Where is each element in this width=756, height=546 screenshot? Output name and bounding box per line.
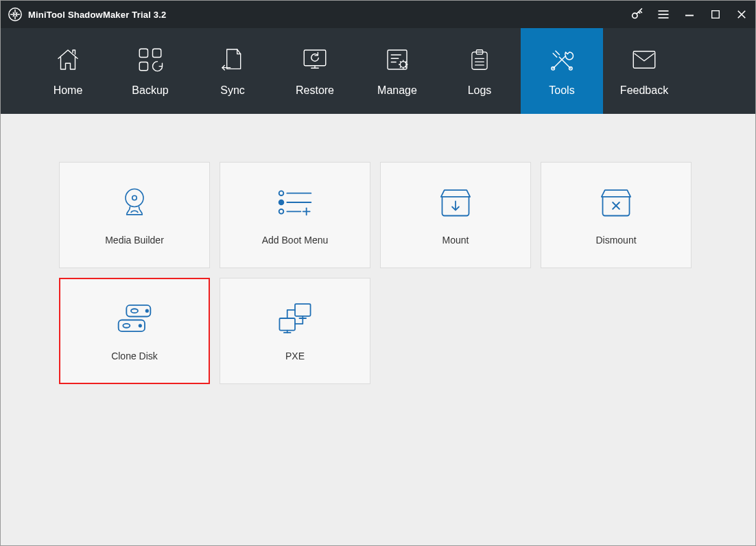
maximize-button[interactable] [707,6,724,23]
svg-point-40 [131,309,138,313]
svg-point-28 [279,191,284,195]
svg-rect-11 [139,62,147,71]
nav-sync[interactable]: Sync [191,28,274,114]
tool-pxe[interactable]: PXE [220,278,370,384]
svg-point-41 [146,309,148,311]
media-builder-icon [117,185,152,219]
card-label: Clone Disk [111,351,158,361]
svg-rect-25 [633,51,655,69]
key-icon[interactable] [629,6,646,23]
restore-icon [300,45,329,74]
nav-label: Backup [132,84,168,97]
home-icon [54,45,82,74]
nav-label: Home [54,84,83,97]
logs-icon [466,45,493,74]
feedback-icon [630,45,659,74]
card-label: Dismount [595,235,636,246]
nav-label: Tools [549,84,574,97]
nav-label: Manage [377,84,417,97]
svg-rect-9 [139,49,147,57]
app-logo-icon [8,7,23,22]
sync-icon [219,45,246,74]
main-nav: Home Backup [1,28,755,114]
add-boot-menu-icon [274,185,316,219]
svg-point-32 [279,209,284,214]
svg-rect-13 [388,50,407,69]
card-label: Mount [442,235,469,246]
svg-point-38 [139,324,141,327]
nav-tools[interactable]: Tools [521,28,603,114]
nav-backup[interactable]: Backup [109,28,191,114]
window-title: MiniTool ShadowMaker Trial 3.2 [28,10,167,20]
manage-icon [383,45,412,74]
svg-point-30 [279,200,284,204]
svg-rect-45 [279,318,295,331]
tool-media-builder[interactable]: Media Builder [59,162,210,268]
titlebar: MiniTool ShadowMaker Trial 3.2 [1,1,755,28]
nav-feedback[interactable]: Feedback [603,28,685,114]
svg-rect-10 [153,49,161,57]
tool-mount[interactable]: Mount [380,162,531,268]
svg-rect-12 [304,50,326,66]
clone-disk-icon [114,301,155,335]
close-button[interactable] [733,6,750,23]
tool-dismount[interactable]: Dismount [541,162,692,268]
nav-label: Feedback [620,84,668,97]
tool-clone-disk[interactable]: Clone Disk [59,278,210,384]
card-label: PXE [285,351,305,361]
nav-manage[interactable]: Manage [356,28,438,114]
minimize-button[interactable] [681,6,698,23]
mount-icon [438,185,473,219]
svg-point-26 [126,189,143,206]
nav-home[interactable]: Home [27,28,109,114]
tools-icon [547,45,577,74]
svg-rect-6 [712,11,720,19]
nav-label: Logs [468,84,492,97]
dismount-icon [598,185,634,219]
tool-add-boot-menu[interactable]: Add Boot Menu [220,162,370,268]
svg-point-37 [123,323,130,327]
nav-logs[interactable]: Logs [438,28,521,114]
svg-rect-42 [295,304,311,316]
nav-label: Restore [296,84,334,97]
card-label: Add Boot Menu [262,235,329,246]
pxe-icon [275,301,315,335]
app-logo-group: MiniTool ShadowMaker Trial 3.2 [8,7,167,22]
nav-restore[interactable]: Restore [274,28,356,114]
svg-point-27 [132,195,137,200]
backup-icon [136,45,165,74]
tools-panel: Media Builder Add Boot Menu [1,114,755,545]
menu-icon[interactable] [655,6,672,23]
card-label: Media Builder [105,235,164,246]
nav-label: Sync [220,84,245,97]
